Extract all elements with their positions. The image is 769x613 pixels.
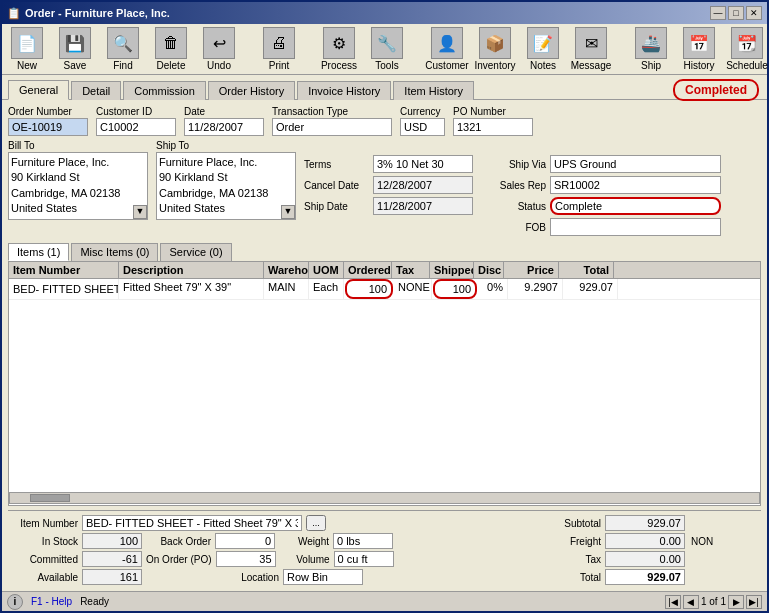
- on-order-input[interactable]: [216, 551, 276, 567]
- customer-id-label: Customer ID: [96, 106, 176, 117]
- currency-input[interactable]: [400, 118, 445, 136]
- tab-order-history[interactable]: Order History: [208, 81, 295, 100]
- transaction-type-input[interactable]: [272, 118, 392, 136]
- maximize-button[interactable]: □: [728, 6, 744, 20]
- order-number-input[interactable]: [8, 118, 88, 136]
- tab-commission[interactable]: Commission: [123, 81, 206, 100]
- ship-to-scroll[interactable]: ▼: [281, 205, 295, 219]
- status-input[interactable]: [550, 197, 721, 215]
- toolbar-customer[interactable]: 👤 Customer: [427, 27, 467, 71]
- available-input[interactable]: [82, 569, 142, 585]
- status-label: Status: [481, 201, 546, 212]
- terms-input[interactable]: [373, 155, 473, 173]
- cell-description: Fitted Sheet 79" X 39": [119, 279, 264, 299]
- toolbar-undo[interactable]: ↩ Undo: [199, 27, 239, 71]
- items-tab-items[interactable]: Items (1): [8, 243, 69, 261]
- toolbar-message[interactable]: ✉ Message: [571, 27, 611, 71]
- toolbar-print[interactable]: 🖨 Print: [259, 27, 299, 71]
- item-detail-button[interactable]: ...: [306, 515, 326, 531]
- committed-input[interactable]: [82, 551, 142, 567]
- fob-row: FOB: [481, 218, 721, 236]
- ship-date-input[interactable]: [373, 197, 473, 215]
- cancel-date-label: Cancel Date: [304, 180, 369, 191]
- items-tab-misc[interactable]: Misc Items (0): [71, 243, 158, 261]
- order-number-label: Order Number: [8, 106, 88, 117]
- tax-summary-label: Tax: [541, 554, 601, 565]
- currency-field: Currency: [400, 106, 445, 136]
- bottom-item-input[interactable]: [82, 515, 302, 531]
- cell-item-number: BED- FITTED SHEET ▼: [9, 279, 119, 299]
- ready-text: Ready: [80, 596, 657, 607]
- items-tab-service[interactable]: Service (0): [160, 243, 231, 261]
- toolbar-history[interactable]: 📅 History: [679, 27, 719, 71]
- tab-general[interactable]: General: [8, 80, 69, 100]
- main-content: Order Number Customer ID Date Transactio…: [2, 100, 767, 591]
- toolbar-delete[interactable]: 🗑 Delete: [151, 27, 191, 71]
- toolbar: 📄 New 💾 Save 🔍 Find 🗑 Delete ↩ Undo 🖨 Pr…: [2, 24, 767, 75]
- window-icon: 📋: [7, 7, 21, 20]
- in-stock-input[interactable]: [82, 533, 142, 549]
- right-fields: Ship Via Sales Rep Status FOB: [481, 140, 721, 236]
- sales-rep-input[interactable]: [550, 176, 721, 194]
- location-input[interactable]: [283, 569, 363, 585]
- close-window-button[interactable]: ✕: [746, 6, 762, 20]
- print-icon: 🖨: [263, 27, 295, 59]
- fob-label: FOB: [481, 222, 546, 233]
- bill-to-content: Furniture Place, Inc.90 Kirkland StCambr…: [11, 155, 145, 217]
- tab-invoice-history[interactable]: Invoice History: [297, 81, 391, 100]
- help-text: F1 - Help: [31, 596, 72, 607]
- prev-page-button[interactable]: ◀: [683, 595, 699, 609]
- weight-input[interactable]: [333, 533, 393, 549]
- col-header-wh: Warehouse: [264, 262, 309, 278]
- terms-row: Terms: [304, 155, 473, 173]
- cell-ordered: 100: [345, 279, 393, 299]
- toolbar-tools[interactable]: 🔧 Tools: [367, 27, 407, 71]
- subtotal-label: Subtotal: [541, 518, 601, 529]
- minimize-button[interactable]: —: [710, 6, 726, 20]
- back-order-label: Back Order: [146, 536, 211, 547]
- date-input[interactable]: [184, 118, 264, 136]
- toolbar-schedule[interactable]: 📆 Schedule: [727, 27, 767, 71]
- form-row-1: Order Number Customer ID Date Transactio…: [8, 106, 761, 136]
- items-section: Items (1) Misc Items (0) Service (0) Ite…: [8, 240, 761, 506]
- customer-id-input[interactable]: [96, 118, 176, 136]
- subtotal-input: [605, 515, 685, 531]
- ship-date-row: Ship Date: [304, 197, 473, 215]
- po-number-input[interactable]: [453, 118, 533, 136]
- table-row[interactable]: BED- FITTED SHEET ▼ Fitted Sheet 79" X 3…: [9, 279, 760, 300]
- first-page-button[interactable]: |◀: [665, 595, 681, 609]
- back-order-input[interactable]: [215, 533, 275, 549]
- toolbar-new[interactable]: 📄 New: [7, 27, 47, 71]
- last-page-button[interactable]: ▶|: [746, 595, 762, 609]
- toolbar-inventory[interactable]: 📦 Inventory: [475, 27, 515, 71]
- toolbar-ship[interactable]: 🚢 Ship: [631, 27, 671, 71]
- toolbar-find[interactable]: 🔍 Find: [103, 27, 143, 71]
- volume-input[interactable]: [334, 551, 394, 567]
- toolbar-message-label: Message: [571, 60, 612, 71]
- freight-input[interactable]: [605, 533, 685, 549]
- toolbar-history-label: History: [683, 60, 714, 71]
- toolbar-save[interactable]: 💾 Save: [55, 27, 95, 71]
- status-row: Status: [481, 197, 721, 215]
- horizontal-scrollbar[interactable]: [9, 492, 760, 504]
- date-field: Date: [184, 106, 264, 136]
- po-number-label: PO Number: [453, 106, 533, 117]
- toolbar-notes-label: Notes: [530, 60, 556, 71]
- col-header-item: Item Number: [9, 262, 119, 278]
- bill-to-scroll[interactable]: ▼: [133, 205, 147, 219]
- cell-warehouse: MAIN: [264, 279, 309, 299]
- col-header-price: Price: [504, 262, 559, 278]
- ship-via-input[interactable]: [550, 155, 721, 173]
- tab-item-history[interactable]: Item History: [393, 81, 474, 100]
- notes-icon: 📝: [527, 27, 559, 59]
- col-header-uom: UOM: [309, 262, 344, 278]
- grid-body: BED- FITTED SHEET ▼ Fitted Sheet 79" X 3…: [9, 279, 760, 491]
- help-icon[interactable]: i: [7, 594, 23, 610]
- next-page-button[interactable]: ▶: [728, 595, 744, 609]
- tab-detail[interactable]: Detail: [71, 81, 121, 100]
- fob-input[interactable]: [550, 218, 721, 236]
- toolbar-notes[interactable]: 📝 Notes: [523, 27, 563, 71]
- toolbar-process[interactable]: ⚙ Process: [319, 27, 359, 71]
- cancel-date-input[interactable]: [373, 176, 473, 194]
- subtotal-row: Subtotal: [541, 515, 761, 531]
